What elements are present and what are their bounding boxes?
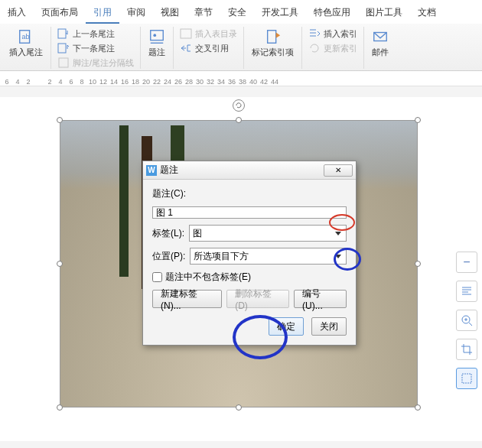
dialog-title: 题注 — [160, 164, 178, 177]
svg-rect-11 — [462, 374, 471, 383]
caption-input[interactable] — [152, 206, 347, 219]
layout-icon — [461, 285, 473, 297]
rotate-handle[interactable] — [233, 99, 245, 112]
ruler-mark: 24 — [162, 78, 173, 86]
rotate-icon — [235, 102, 243, 109]
label: 邮件 — [372, 47, 389, 58]
prev-icon — [57, 28, 70, 40]
ruler-mark: 4 — [55, 78, 66, 86]
caption-icon — [148, 28, 165, 45]
ruler-mark: 26 — [173, 78, 184, 86]
caption-field-label: 题注(C): — [152, 187, 347, 200]
ok-button[interactable]: 确定 — [269, 317, 304, 336]
crop-button[interactable] — [456, 339, 477, 360]
resize-handle-w[interactable] — [57, 261, 63, 267]
zoom-button[interactable] — [456, 310, 477, 331]
label: 标记索引项 — [252, 47, 294, 58]
ruler-mark: 12 — [98, 78, 109, 86]
tab-7[interactable]: 开发工具 — [254, 3, 306, 24]
svg-rect-4 — [59, 58, 68, 67]
ribbon-tabs: 插入页面布局引用审阅视图章节安全开发工具特色应用图片工具文档 — [0, 0, 482, 24]
update-icon — [308, 42, 321, 54]
tab-3[interactable]: 审阅 — [119, 3, 153, 24]
label: 插入尾注 — [9, 47, 43, 58]
svg-text:ab: ab — [22, 33, 30, 41]
label-combobox[interactable]: 图 — [189, 225, 347, 242]
svg-rect-3 — [58, 44, 66, 53]
resize-handle-n[interactable] — [236, 117, 242, 123]
layout-button[interactable] — [456, 281, 477, 302]
label: 更新索引 — [324, 43, 357, 54]
label-field-label: 标签(L): — [152, 227, 184, 240]
resize-handle-nw[interactable] — [57, 117, 63, 123]
ruler-mark: 2 — [44, 78, 55, 86]
label: 下一条尾注 — [73, 43, 115, 54]
resize-handle-e[interactable] — [415, 261, 421, 267]
svg-rect-8 — [267, 31, 275, 44]
ruler-mark: 28 — [184, 78, 194, 86]
mark-index-button[interactable]: 标记索引项 — [249, 27, 297, 60]
ruler-mark: 42 — [259, 78, 269, 86]
dialog-close-button[interactable]: ✕ — [324, 164, 353, 177]
resize-handle-s[interactable] — [236, 404, 242, 411]
toc-icon — [180, 28, 192, 40]
tab-10[interactable]: 文档 — [410, 3, 444, 24]
insert-index-button[interactable]: 插入索引 — [307, 27, 359, 41]
tab-1[interactable]: 页面布局 — [34, 3, 86, 24]
next-icon — [57, 42, 70, 54]
label: 插入表目录 — [195, 28, 237, 40]
resize-handle-sw[interactable] — [57, 404, 63, 411]
insert-index-icon — [308, 28, 321, 40]
tab-9[interactable]: 图片工具 — [358, 3, 410, 24]
delete-label-button: 删除标签(D) — [226, 290, 289, 308]
close-button[interactable]: 关闭 — [311, 317, 347, 336]
ruler-mark: 20 — [141, 78, 151, 86]
ruler-mark: 38 — [237, 78, 248, 86]
label: 交叉引用 — [195, 43, 229, 54]
resize-handle-ne[interactable] — [415, 117, 421, 123]
mail-button[interactable]: 邮件 — [369, 27, 392, 60]
footnote-icon: ab — [18, 28, 34, 45]
new-label-button[interactable]: 新建标签(N)... — [152, 290, 222, 308]
collapse-button[interactable]: − — [456, 252, 477, 273]
ruler-mark: 44 — [269, 78, 280, 86]
tab-5[interactable]: 章节 — [187, 3, 220, 24]
tab-0[interactable]: 插入 — [0, 3, 34, 24]
update-index-button: 更新索引 — [307, 41, 359, 55]
svg-rect-7 — [181, 29, 191, 38]
caption-button[interactable]: 题注 — [145, 27, 168, 60]
position-combobox[interactable]: 所选项目下方 — [190, 248, 347, 265]
ruler-mark: 16 — [119, 78, 130, 86]
prev-endnote-button[interactable]: 上一条尾注 — [56, 27, 135, 41]
tab-6[interactable]: 安全 — [220, 3, 254, 24]
next-endnote-button[interactable]: 下一条尾注 — [56, 41, 135, 55]
svg-point-6 — [153, 34, 156, 37]
cross-reference-button[interactable]: 交叉引用 — [178, 41, 239, 55]
position-field-label: 位置(P): — [152, 250, 185, 263]
tab-8[interactable]: 特色应用 — [306, 3, 358, 24]
ruler-mark: 10 — [87, 78, 98, 86]
ruler-mark: 2 — [23, 78, 34, 86]
mail-icon — [372, 28, 389, 45]
reset-button[interactable] — [456, 368, 477, 389]
exclude-label-checkbox[interactable] — [152, 272, 162, 282]
reset-icon — [461, 372, 473, 385]
chevron-down-icon — [335, 232, 341, 235]
ruler-mark: 8 — [77, 78, 87, 86]
side-dock: − — [456, 252, 477, 389]
tab-2[interactable]: 引用 — [86, 3, 119, 24]
insert-table-of-figures-button: 插入表目录 — [178, 27, 239, 41]
app-icon: W — [146, 165, 157, 176]
chevron-down-icon — [335, 255, 341, 258]
label: 插入索引 — [324, 28, 357, 40]
tab-4[interactable]: 视图 — [153, 3, 187, 24]
horizontal-ruler[interactable]: 6422468101214161820222426283032343638404… — [0, 71, 482, 86]
ruler-mark: 14 — [109, 78, 119, 86]
ribbon-toolbar: ab 插入尾注 上一条尾注 下一条尾注 脚注/尾注分隔线 题注 — [0, 24, 482, 71]
numbering-button[interactable]: 编号(U)... — [294, 290, 347, 308]
label: 脚注/尾注分隔线 — [73, 57, 134, 69]
resize-handle-se[interactable] — [415, 404, 421, 411]
dialog-titlebar[interactable]: W 题注 ✕ — [143, 161, 356, 180]
ruler-mark: 40 — [248, 78, 259, 86]
insert-footnote-button[interactable]: ab 插入尾注 — [6, 27, 46, 60]
